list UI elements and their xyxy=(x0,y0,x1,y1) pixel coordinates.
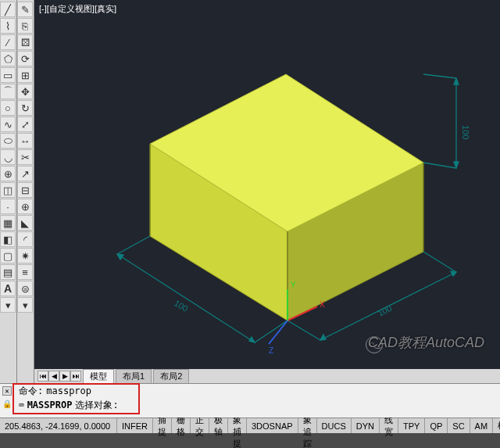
svg-line-8 xyxy=(255,321,288,342)
cube-scene: 100 100 100 X Y Z xyxy=(34,0,500,383)
tool-block-icon[interactable]: ◫ xyxy=(0,182,16,198)
tool-break-icon[interactable]: ⊟ xyxy=(17,182,33,198)
tool-prop-icon[interactable]: ≡ xyxy=(17,264,33,280)
tool-line-icon[interactable]: ╱ xyxy=(0,2,16,17)
tool-offset-icon[interactable]: ⟳ xyxy=(17,51,33,66)
tool-spline-icon[interactable]: ∿ xyxy=(0,116,16,132)
cmd-prompt-name: MASSPROP xyxy=(27,400,73,410)
status-3dosnap[interactable]: 3DOSNAP xyxy=(247,418,298,433)
svg-text:Y: Y xyxy=(291,281,296,289)
status-snap[interactable]: 捕捉 xyxy=(153,418,172,433)
dim-x-label: 100 xyxy=(173,298,190,314)
tool-region-icon[interactable]: ▢ xyxy=(0,248,16,263)
status-bar: 205.4863, -24.1699, 0.0000 INFER 捕捉 栅格 正… xyxy=(0,418,500,433)
tool-trim-icon[interactable]: ✂ xyxy=(17,149,33,165)
tool-arc-icon[interactable]: ⌒ xyxy=(0,84,16,99)
tool-chamfer-icon[interactable]: ◣ xyxy=(17,215,33,231)
cmd-prefix: 命令: xyxy=(19,385,43,398)
tool-mirror-icon[interactable]: ⚄ xyxy=(17,34,33,50)
status-ortho[interactable]: 正交 xyxy=(191,418,209,433)
status-infer[interactable]: INFER xyxy=(117,418,153,433)
svg-marker-14 xyxy=(320,335,326,340)
cmd-text: massprop xyxy=(46,385,91,396)
tool-ellarc-icon[interactable]: ◡ xyxy=(0,149,16,165)
tool-extend-icon[interactable]: ↗ xyxy=(17,166,33,181)
tool-insert-icon[interactable]: ⊕ xyxy=(0,166,16,181)
tab-nav-prev-icon[interactable]: ◀ xyxy=(48,371,59,382)
svg-line-23 xyxy=(269,321,288,344)
svg-line-18 xyxy=(423,74,456,78)
tool-fillet-icon[interactable]: ◜ xyxy=(17,231,33,247)
svg-line-17 xyxy=(423,163,456,168)
tool-m2-icon[interactable]: ▾ xyxy=(17,297,33,313)
svg-text:Z: Z xyxy=(269,346,273,355)
status-grid[interactable]: 栅格 xyxy=(172,418,191,433)
tool-hatch-icon[interactable]: ▦ xyxy=(0,215,16,231)
svg-marker-9 xyxy=(117,254,123,260)
tab-model[interactable]: 模型 xyxy=(83,369,114,384)
tool-ray-icon[interactable]: ∕ xyxy=(0,34,16,50)
tool-rotate-icon[interactable]: ↻ xyxy=(17,100,33,116)
tool-move-icon[interactable]: ✥ xyxy=(17,84,33,99)
tool-array-icon[interactable]: ⊞ xyxy=(17,67,33,83)
svg-marker-20 xyxy=(454,162,459,168)
tool-more-icon[interactable]: ▾ xyxy=(0,297,16,313)
tool-match-icon[interactable]: ⊜ xyxy=(17,281,33,296)
tool-point-icon[interactable]: · xyxy=(0,199,16,214)
status-coordinates[interactable]: 205.4863, -24.1699, 0.0000 xyxy=(0,418,117,433)
drawing-viewport[interactable]: [-][自定义视图][真实] xyxy=(34,0,500,383)
status-sc[interactable]: SC xyxy=(448,418,470,433)
viewport-label[interactable]: [-][自定义视图][真实] xyxy=(39,3,116,15)
status-otrack[interactable]: 对象追踪 xyxy=(298,418,317,433)
status-tpy[interactable]: TPY xyxy=(398,418,425,433)
tool-stretch-icon[interactable]: ↔ xyxy=(17,133,33,149)
svg-marker-19 xyxy=(454,78,459,84)
tool-scale-icon[interactable]: ⤢ xyxy=(17,116,33,132)
svg-line-13 xyxy=(423,252,456,272)
svg-marker-15 xyxy=(451,271,456,276)
tab-nav-first-icon[interactable]: ⏮ xyxy=(38,371,48,382)
tab-layout1[interactable]: 布局1 xyxy=(116,369,152,384)
tool-table-icon[interactable]: ▤ xyxy=(0,264,16,280)
tool-join-icon[interactable]: ⊕ xyxy=(17,199,33,214)
tool-gradient-icon[interactable]: ◧ xyxy=(0,231,16,247)
dim-z-label: 100 xyxy=(461,125,470,139)
tool-rect-icon[interactable]: ▭ xyxy=(0,67,16,83)
status-ducs[interactable]: DUCS xyxy=(317,418,352,433)
tool-ellipse-icon[interactable]: ⬭ xyxy=(0,133,16,149)
cmdline-lock-icon[interactable]: 🔒 xyxy=(2,400,12,409)
cmdline-close-icon[interactable]: ✕ xyxy=(2,386,12,396)
tool-text-icon[interactable]: A xyxy=(0,281,16,296)
layout-tabs-bar: ⏮ ◀ ▶ ⏭ 模型 布局1 布局2 xyxy=(34,369,500,383)
tool-polygon-icon[interactable]: ⬠ xyxy=(0,51,16,66)
tool-explode-icon[interactable]: ✷ xyxy=(17,248,33,263)
tool-copy-icon[interactable]: ⎘ xyxy=(17,18,33,34)
svg-marker-10 xyxy=(249,337,255,342)
tab-nav-last-icon[interactable]: ⏭ xyxy=(70,371,81,382)
svg-text:X: X xyxy=(320,300,325,309)
status-qp[interactable]: QP xyxy=(425,418,448,433)
cmd-prompt-text: 选择对象: xyxy=(75,399,118,412)
status-osnap[interactable]: 对象捕捉 xyxy=(228,418,247,433)
svg-line-12 xyxy=(288,321,320,340)
status-am[interactable]: AM xyxy=(470,418,494,433)
tool-circle-icon[interactable]: ○ xyxy=(0,100,16,116)
modify-toolbar: ✎ ⎘ ⚄ ⟳ ⊞ ✥ ↻ ⤢ ↔ ✂ ↗ ⊟ ⊕ ◣ ◜ ✷ ≡ ⊜ ▾ xyxy=(17,0,34,383)
tool-erase-icon[interactable]: ✎ xyxy=(17,2,33,17)
svg-line-7 xyxy=(117,236,150,254)
status-polar[interactable]: 极轴 xyxy=(209,418,228,433)
draw-toolbar: ╱ ⌇ ∕ ⬠ ▭ ⌒ ○ ∿ ⬭ ◡ ⊕ ◫ · ▦ ◧ ▢ ▤ A ▾ xyxy=(0,0,17,383)
tab-layout2[interactable]: 布局2 xyxy=(153,369,189,384)
tool-pline-icon[interactable]: ⌇ xyxy=(0,18,16,34)
tab-nav-next-icon[interactable]: ▶ xyxy=(59,371,70,382)
command-line-area[interactable]: ✕ 🔒 命令: massprop ⌨ MASSPROP 选择对象: xyxy=(0,383,500,418)
command-prompt-line[interactable]: ⌨ MASSPROP 选择对象: xyxy=(0,398,500,412)
status-lwt[interactable]: 线宽 xyxy=(380,418,398,433)
status-model[interactable]: 模 xyxy=(493,418,500,433)
status-dyn[interactable]: DYN xyxy=(352,418,380,433)
command-history-line: 命令: massprop xyxy=(0,384,500,398)
